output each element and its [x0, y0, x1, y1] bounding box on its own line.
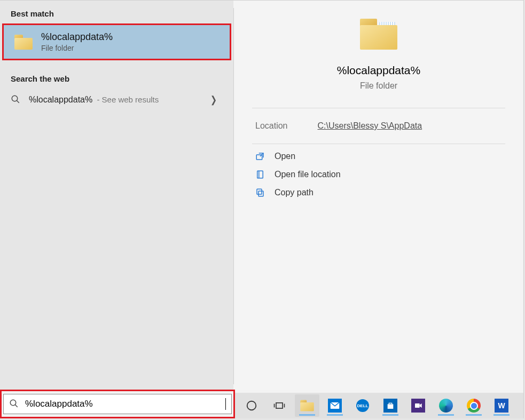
- cortana-button[interactable]: [239, 394, 264, 417]
- store-button[interactable]: [378, 394, 403, 417]
- svg-point-6: [10, 400, 16, 406]
- folder-icon: [360, 19, 397, 50]
- dell-app-button[interactable]: DELL: [350, 394, 375, 417]
- map-pin-icon: [255, 170, 265, 179]
- web-result-suffix: - See web results: [97, 95, 159, 104]
- svg-point-0: [12, 96, 18, 101]
- copy-path-label: Copy path: [275, 188, 314, 197]
- preview-pane: %localappdata% File folder Location C:\U…: [234, 1, 523, 390]
- copy-path-action[interactable]: Copy path: [255, 188, 502, 197]
- preview-subtitle: File folder: [234, 81, 523, 91]
- edge-button[interactable]: [434, 394, 458, 417]
- word-button[interactable]: W: [489, 394, 514, 417]
- taskbar: DELL: [235, 393, 523, 418]
- search-icon: [11, 94, 21, 105]
- search-icon: [9, 399, 19, 410]
- web-result-title: %localappdata%: [29, 95, 92, 104]
- task-view-button[interactable]: [267, 394, 292, 417]
- search-web-header: Search the web: [0, 66, 233, 89]
- svg-line-1: [17, 100, 19, 103]
- location-path-link[interactable]: C:\Users\Blessy S\AppData: [318, 121, 422, 131]
- web-result[interactable]: %localappdata% - See web results ❯: [0, 89, 233, 111]
- best-match-result[interactable]: %localappdata% File folder: [2, 23, 231, 60]
- file-explorer-button[interactable]: [295, 394, 319, 417]
- windows-search-panel: Best match %localappdata% File folder Se…: [0, 0, 524, 418]
- svg-point-8: [247, 401, 256, 410]
- search-box-highlight: [0, 390, 235, 418]
- copy-icon: [255, 188, 265, 197]
- svg-rect-9: [276, 403, 283, 408]
- chrome-button[interactable]: [461, 394, 486, 417]
- mail-button[interactable]: [323, 394, 347, 417]
- preview-actions: Open Open file location: [234, 144, 523, 205]
- svg-rect-13: [415, 403, 420, 408]
- best-match-header: Best match: [0, 1, 233, 23]
- chevron-right-icon: ❯: [210, 94, 217, 106]
- location-label: Location: [255, 121, 288, 131]
- preview-header: %localappdata% File folder: [234, 1, 523, 108]
- results-column: Best match %localappdata% File folder Se…: [0, 1, 233, 390]
- best-match-subtitle: File folder: [41, 44, 113, 52]
- preview-title: %localappdata%: [234, 64, 523, 77]
- svg-rect-4: [258, 191, 263, 196]
- best-match-title: %localappdata%: [41, 31, 113, 43]
- open-location-action[interactable]: Open file location: [255, 170, 502, 179]
- folder-icon: [14, 35, 33, 50]
- open-location-label: Open file location: [275, 170, 341, 179]
- open-action[interactable]: Open: [255, 152, 502, 161]
- open-icon: [255, 152, 265, 161]
- video-editor-button[interactable]: [406, 394, 430, 417]
- search-box[interactable]: [3, 394, 232, 414]
- svg-line-7: [15, 405, 18, 407]
- open-label: Open: [275, 152, 295, 161]
- text-caret: [225, 398, 226, 410]
- svg-rect-3: [257, 171, 263, 178]
- search-input[interactable]: [24, 398, 220, 410]
- svg-rect-5: [257, 189, 262, 194]
- location-row: Location C:\Users\Blessy S\AppData: [234, 108, 523, 144]
